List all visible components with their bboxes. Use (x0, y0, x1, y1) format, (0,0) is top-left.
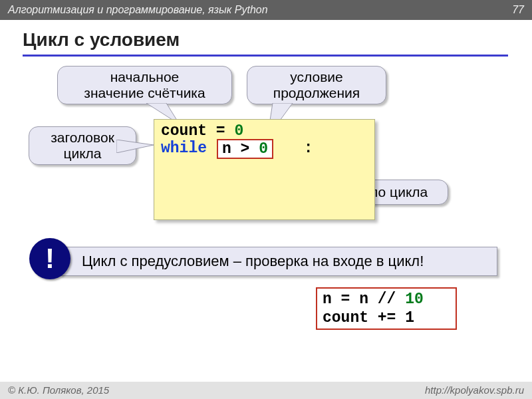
note-text: Цикл с предусловием – проверка на входе … (82, 253, 424, 270)
code-keyword-while: while (161, 140, 207, 157)
code-body1-text: n = n // (323, 291, 405, 308)
code-l1-text: count = (161, 122, 234, 140)
code-cond-zero: 0 (259, 140, 268, 158)
page-number: 77 (512, 0, 524, 20)
note-bar: Цикл с предусловием – проверка на входе … (60, 247, 497, 276)
code-line-1: count = 0 (161, 122, 368, 140)
callout-loop-header-pointer (116, 140, 156, 153)
code-cond-text: n > (222, 140, 259, 158)
note-bang: ! (45, 243, 55, 275)
svg-marker-2 (116, 140, 154, 153)
code-colon: : (304, 140, 313, 157)
callout-condition: условие продолжения (247, 66, 386, 104)
course-title: Алгоритмизация и программирование, язык … (8, 0, 268, 20)
code-body-line-1: n = n // 10 (323, 290, 450, 309)
callout-initial: начальное значение счётчика (57, 66, 232, 104)
code-body1-ten: 10 (405, 291, 424, 308)
code-condition-box: n > 0 (217, 139, 273, 159)
code-block: count = 0 while : n > 0 n = n // 10 coun… (154, 119, 375, 220)
note-icon: ! (29, 238, 70, 279)
code-l1-zero: 0 (234, 122, 243, 140)
callout-condition-text: условие продолжения (273, 69, 360, 100)
slide-footer: © К.Ю. Поляков, 2015 http://kpolyakov.sp… (0, 382, 532, 399)
footer-author: © К.Ю. Поляков, 2015 (8, 382, 109, 399)
footer-url: http://kpolyakov.spb.ru (425, 382, 524, 399)
callout-loop-header-text: заголовок цикла (51, 130, 114, 161)
callout-initial-text: начальное значение счётчика (84, 69, 205, 100)
code-body-line-2: count += 1 (323, 309, 450, 327)
slide-title: Цикл с условием (23, 29, 180, 51)
title-underline (23, 55, 508, 57)
code-line-2: while : n > 0 (161, 140, 368, 160)
code-body-box: n = n // 10 count += 1 (316, 287, 457, 330)
slide-header: Алгоритмизация и программирование, язык … (0, 0, 532, 20)
